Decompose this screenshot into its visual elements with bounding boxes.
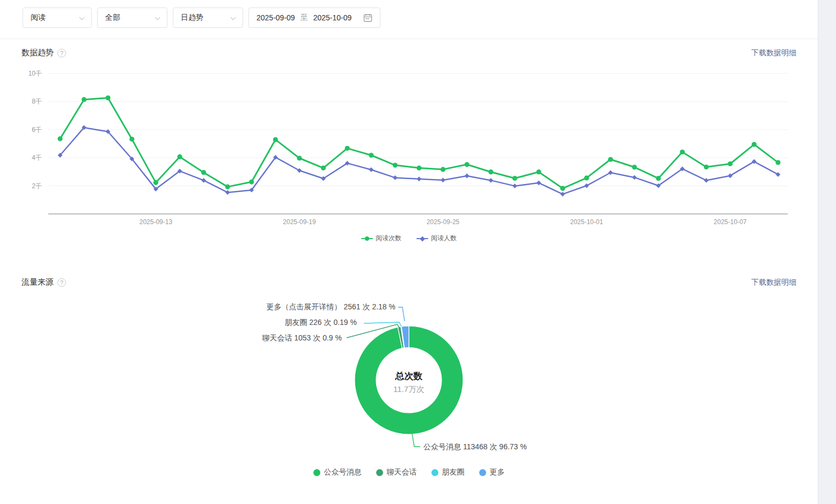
source-section-header: 流量来源 ? 下载数据明细	[0, 277, 818, 287]
donut-center-label: 总次数 11.7万次	[366, 370, 452, 395]
dot-marker-icon	[376, 469, 383, 476]
help-icon[interactable]: ?	[57, 49, 66, 57]
dot-marker-icon	[479, 469, 486, 476]
callout-official-message: 公众号消息 113468 次 96.73 %	[423, 442, 527, 452]
svg-text:2千: 2千	[32, 182, 42, 190]
callout-moments: 朋友圈 226 次 0.19 %	[284, 318, 357, 328]
scope-select-value: 全部	[105, 13, 120, 23]
legend-item-read-count[interactable]: 阅读次数	[361, 234, 401, 243]
trend-legend: 阅读次数 阅读人数	[0, 234, 818, 243]
svg-text:2025-09-13: 2025-09-13	[140, 218, 173, 226]
calendar-icon	[363, 13, 372, 23]
legend-label: 阅读次数	[376, 234, 401, 243]
legend-item-more[interactable]: 更多	[479, 468, 505, 477]
svg-text:6千: 6千	[32, 126, 42, 134]
page-right-gutter	[818, 0, 836, 504]
traffic-source-chart-area: 更多（点击展开详情） 2561 次 2.18 % 朋友圈 226 次 0.19 …	[0, 296, 818, 489]
svg-text:4千: 4千	[32, 154, 42, 161]
line-diamond-marker-icon	[416, 236, 428, 241]
metric-select[interactable]: 阅读	[23, 8, 92, 28]
donut-center-title: 总次数	[366, 370, 452, 382]
legend-label: 阅读人数	[431, 234, 457, 243]
line-dot-marker-icon	[361, 236, 373, 241]
dot-marker-icon	[313, 469, 320, 476]
analytics-panel: 数据趋势 ? 下载数据明细 2千4千6千8千10千2025-09-132025-…	[0, 39, 818, 504]
svg-text:2025-09-19: 2025-09-19	[283, 218, 316, 226]
legend-item-reader-count[interactable]: 阅读人数	[416, 234, 457, 243]
svg-text:2025-10-01: 2025-10-01	[570, 218, 604, 226]
svg-text:10千: 10千	[28, 70, 42, 77]
legend-item-official-message[interactable]: 公众号消息	[313, 468, 362, 477]
trend-download-link[interactable]: 下载数据明细	[751, 48, 796, 58]
date-start: 2025-09-09	[256, 13, 295, 22]
dot-marker-icon	[431, 469, 438, 476]
callout-more[interactable]: 更多（点击展开详情） 2561 次 2.18 %	[267, 302, 395, 312]
scope-select[interactable]: 全部	[97, 8, 167, 28]
granularity-select[interactable]: 日趋势	[173, 8, 243, 28]
chevron-down-icon	[79, 15, 85, 20]
svg-text:2025-09-25: 2025-09-25	[427, 218, 460, 226]
trend-line-chart[interactable]: 2千4千6千8千10千2025-09-132025-09-192025-09-2…	[0, 66, 794, 227]
legend-item-chat[interactable]: 聊天会话	[376, 468, 417, 477]
svg-text:8千: 8千	[32, 98, 42, 105]
filter-bar: 阅读 全部 日趋势 2025-09-09 至 2025-10-09	[0, 0, 836, 39]
chevron-down-icon	[155, 15, 160, 20]
help-icon[interactable]: ?	[57, 278, 66, 287]
date-range-picker[interactable]: 2025-09-09 至 2025-10-09	[248, 8, 380, 28]
date-separator: 至	[300, 13, 308, 23]
legend-label: 公众号消息	[324, 468, 362, 477]
chevron-down-icon	[231, 15, 236, 20]
date-end: 2025-10-09	[313, 13, 352, 22]
metric-select-value: 阅读	[31, 13, 46, 23]
trend-section-title: 数据趋势	[21, 48, 54, 58]
legend-label: 更多	[490, 468, 505, 477]
trend-section-header: 数据趋势 ? 下载数据明细	[0, 48, 818, 58]
legend-item-moments[interactable]: 朋友圈	[431, 468, 465, 477]
legend-label: 聊天会话	[387, 468, 417, 477]
callout-chat: 聊天会话 1053 次 0.9 %	[262, 333, 342, 343]
source-legend: 公众号消息 聊天会话 朋友圈 更多	[0, 468, 818, 477]
source-section-title: 流量来源	[21, 277, 54, 287]
donut-center-value: 11.7万次	[366, 384, 452, 395]
source-download-link[interactable]: 下载数据明细	[751, 278, 796, 287]
svg-text:2025-10-07: 2025-10-07	[714, 218, 747, 226]
granularity-select-value: 日趋势	[181, 13, 203, 23]
legend-label: 朋友圈	[442, 468, 465, 477]
